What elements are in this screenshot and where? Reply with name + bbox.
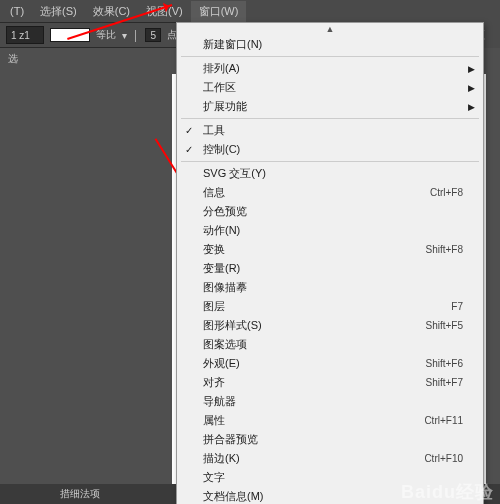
menu-separator xyxy=(181,56,479,57)
menu-label: 控制(C) xyxy=(203,142,240,157)
menu-shortcut: Ctrl+F10 xyxy=(424,453,463,464)
menu-label: 属性 xyxy=(203,413,225,428)
menu-label: 动作(N) xyxy=(203,223,240,238)
menu-t[interactable]: (T) xyxy=(2,2,32,20)
menu-panel-item[interactable]: 动作(N) xyxy=(177,221,483,240)
menu-label: 图像描摹 xyxy=(203,280,247,295)
menu-panel-item[interactable]: 变换Shift+F8 xyxy=(177,240,483,259)
mode-label: 等比 xyxy=(96,28,116,42)
menu-window[interactable]: 窗口(W) xyxy=(191,1,247,22)
menubar: (T) 选择(S) 效果(C) 视图(V) 窗口(W) xyxy=(0,0,500,22)
menu-label: 分色预览 xyxy=(203,204,247,219)
menu-label: 文档信息(M) xyxy=(203,489,264,504)
menu-effect[interactable]: 效果(C) xyxy=(85,1,138,22)
menu-panel-item[interactable]: 描边(K)Ctrl+F10 xyxy=(177,449,483,468)
document-tab[interactable]: 选 xyxy=(8,52,18,66)
check-icon: ✓ xyxy=(185,144,193,155)
menu-new-window[interactable]: 新建窗口(N) xyxy=(177,35,483,54)
menu-label: 拼合器预览 xyxy=(203,432,258,447)
menu-panel-item[interactable]: SVG 交互(Y) xyxy=(177,164,483,183)
menu-view[interactable]: 视图(V) xyxy=(138,1,191,22)
menu-panel-item[interactable]: 分色预览 xyxy=(177,202,483,221)
menu-panel-item[interactable]: 外观(E)Shift+F6 xyxy=(177,354,483,373)
submenu-arrow-icon: ▶ xyxy=(468,102,475,112)
menu-label: 导航器 xyxy=(203,394,236,409)
stroke-swatch[interactable] xyxy=(50,28,90,42)
menu-shortcut: Ctrl+F8 xyxy=(430,187,463,198)
menu-label: 工作区 xyxy=(203,80,236,95)
menu-panel-item[interactable]: 导航器 xyxy=(177,392,483,411)
menu-shortcut: Shift+F8 xyxy=(425,244,463,255)
menu-label: 新建窗口(N) xyxy=(203,37,262,52)
menu-label: 信息 xyxy=(203,185,225,200)
menu-panel-item[interactable]: 图像描摹 xyxy=(177,278,483,297)
menu-panel-item[interactable]: 拼合器预览 xyxy=(177,430,483,449)
dropdown-arrow-icon[interactable]: ▾ xyxy=(122,30,127,41)
menu-label: 图层 xyxy=(203,299,225,314)
menu-panel-item[interactable]: 图形样式(S)Shift+F5 xyxy=(177,316,483,335)
menu-label: 工具 xyxy=(203,123,225,138)
menu-label: 图案选项 xyxy=(203,337,247,352)
menu-arrange[interactable]: 排列(A) ▶ xyxy=(177,59,483,78)
menu-panel-item[interactable]: 图层F7 xyxy=(177,297,483,316)
menu-label: 对齐 xyxy=(203,375,225,390)
menu-separator xyxy=(181,118,479,119)
menu-tools[interactable]: ✓ 工具 xyxy=(177,121,483,140)
zoom-input[interactable] xyxy=(6,26,44,44)
menu-panel-item[interactable]: 属性Ctrl+F11 xyxy=(177,411,483,430)
menu-label: 排列(A) xyxy=(203,61,240,76)
menu-select[interactable]: 选择(S) xyxy=(32,1,85,22)
menu-panel-item[interactable]: 信息Ctrl+F8 xyxy=(177,183,483,202)
menu-shortcut: F7 xyxy=(451,301,463,312)
window-menu: ▲ 新建窗口(N) 排列(A) ▶ 工作区 ▶ 扩展功能 ▶ ✓ 工具 ✓ 控制… xyxy=(176,22,484,504)
menu-label: 变换 xyxy=(203,242,225,257)
menu-label: 外观(E) xyxy=(203,356,240,371)
submenu-arrow-icon: ▶ xyxy=(468,83,475,93)
menu-label: 变量(R) xyxy=(203,261,240,276)
menu-label: 文字 xyxy=(203,470,225,485)
menu-label: 描边(K) xyxy=(203,451,240,466)
menu-separator xyxy=(181,161,479,162)
menu-control[interactable]: ✓ 控制(C) xyxy=(177,140,483,159)
star-points[interactable]: 5 xyxy=(145,28,161,42)
menu-label: SVG 交互(Y) xyxy=(203,166,266,181)
menu-label: 图形样式(S) xyxy=(203,318,262,333)
menu-shortcut: Shift+F6 xyxy=(425,358,463,369)
menu-shortcut: Shift+F5 xyxy=(425,320,463,331)
menu-label: 扩展功能 xyxy=(203,99,247,114)
watermark: Baidu经验 xyxy=(401,480,494,504)
submenu-arrow-icon: ▶ xyxy=(468,64,475,74)
menu-panel-item[interactable]: 图案选项 xyxy=(177,335,483,354)
separator-icon: │ xyxy=(133,30,139,41)
menu-extensions[interactable]: 扩展功能 ▶ xyxy=(177,97,483,116)
menu-scroll-up[interactable]: ▲ xyxy=(177,23,483,35)
statusbar-text: 措细法项 xyxy=(60,487,100,501)
menu-shortcut: Ctrl+F11 xyxy=(424,415,463,426)
check-icon: ✓ xyxy=(185,125,193,136)
menu-shortcut: Shift+F7 xyxy=(425,377,463,388)
menu-panel-item[interactable]: 对齐Shift+F7 xyxy=(177,373,483,392)
menu-panel-item[interactable]: 变量(R) xyxy=(177,259,483,278)
menu-workspace[interactable]: 工作区 ▶ xyxy=(177,78,483,97)
